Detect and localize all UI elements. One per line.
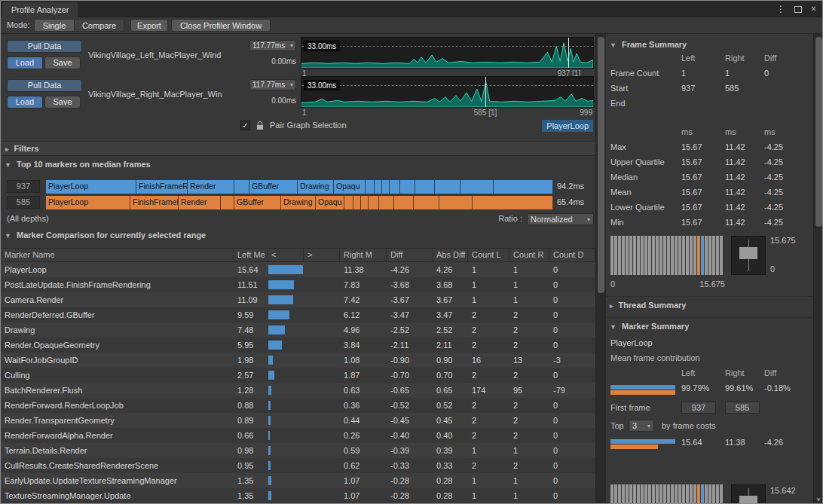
- column-header-7[interactable]: Count L: [468, 249, 509, 261]
- comparison-row[interactable]: Terrain.Details.Render0.980.59-0.390.391…: [1, 443, 595, 458]
- marker-segment[interactable]: FinishFrameR: [136, 180, 188, 194]
- marker-histogram[interactable]: [610, 484, 725, 504]
- pull-data-button-right[interactable]: Pull Data: [7, 79, 82, 92]
- column-header-5[interactable]: Diff: [387, 249, 433, 261]
- marker-segment[interactable]: [353, 196, 361, 209]
- close-profiler-window-button[interactable]: Close Profiler Window: [171, 19, 271, 32]
- marker-segment[interactable]: [400, 180, 415, 194]
- marker-segment[interactable]: PlayerLoop: [46, 180, 136, 194]
- first-frame-left-button[interactable]: 937: [681, 402, 716, 414]
- comparison-row[interactable]: RenderDeferred.GBuffer9.596.12-3.473.472…: [1, 307, 595, 322]
- mode-compare-button[interactable]: Compare: [75, 19, 124, 32]
- scroll-down-icon[interactable]: ▼: [815, 496, 821, 503]
- range-max-dropdown-right[interactable]: 117.77ms ▾: [249, 79, 296, 90]
- marker-segment[interactable]: Drawing: [298, 180, 334, 194]
- selected-marker-badge[interactable]: PlayerLoop: [542, 120, 593, 132]
- first-frame-right-button[interactable]: 585: [725, 402, 760, 414]
- marker-segment[interactable]: Render: [188, 180, 234, 194]
- maximize-icon[interactable]: [794, 6, 802, 13]
- pull-data-button-left[interactable]: Pull Data: [7, 40, 82, 53]
- frame-time-graph-right[interactable]: 33.00ms: [301, 76, 594, 108]
- right-median-cell: 7.42: [340, 292, 387, 307]
- load-button-left[interactable]: Load: [7, 57, 43, 69]
- marker-segment[interactable]: [234, 180, 249, 194]
- marker-segment[interactable]: [494, 180, 553, 194]
- main-scrollbar[interactable]: [595, 34, 605, 504]
- marker-segment[interactable]: [394, 196, 414, 209]
- save-button-left[interactable]: Save: [44, 57, 81, 69]
- range-max-dropdown-left[interactable]: 117.77ms ▾: [249, 40, 296, 51]
- comparison-row[interactable]: EarlyUpdate.UpdateTextureStreamingManage…: [1, 473, 595, 488]
- marker-segment[interactable]: [361, 196, 369, 209]
- close-icon[interactable]: ×: [811, 5, 816, 14]
- marker-segment[interactable]: [344, 196, 353, 209]
- comparison-row[interactable]: Camera.Render11.097.42-3.673.67110: [1, 292, 595, 307]
- column-header-3[interactable]: >: [304, 249, 340, 261]
- marker-segment[interactable]: [473, 196, 553, 209]
- marker-segment[interactable]: [379, 196, 394, 209]
- marker-segment[interactable]: Render: [179, 196, 221, 209]
- comparison-row[interactable]: TextureStreamingManager.Update1.351.07-0…: [1, 488, 595, 503]
- marker-segment[interactable]: [369, 196, 379, 209]
- tab-profile-analyzer[interactable]: Profile Analyzer: [2, 2, 78, 17]
- diff-cell: -0.40: [387, 428, 433, 443]
- save-button-right[interactable]: Save: [44, 96, 81, 108]
- marker-segment[interactable]: [439, 196, 473, 209]
- marker-segment[interactable]: Drawing: [281, 196, 316, 209]
- comparison-row[interactable]: RenderForward.RenderLoopJob0.880.36-0.52…: [1, 398, 595, 413]
- marker-segment[interactable]: Opaqu: [316, 196, 344, 209]
- panel-scrollbar-thumb[interactable]: [815, 37, 822, 227]
- column-header-4[interactable]: Right M: [340, 249, 387, 261]
- marker-segment[interactable]: GBuffer: [234, 196, 281, 209]
- marker-segment[interactable]: [435, 180, 460, 194]
- marker-segment[interactable]: FinishFrameR: [130, 196, 179, 209]
- marker-segment[interactable]: Opaqu: [334, 180, 366, 194]
- comparison-foldout[interactable]: ▼ Marker Comparison for currently select…: [5, 231, 206, 240]
- panel-scrollbar[interactable]: ▼: [813, 34, 823, 504]
- filters-foldout[interactable]: ▸ Filters: [1, 141, 595, 156]
- total-ms-label: 65.4ms: [557, 197, 584, 206]
- comparison-row[interactable]: PostLateUpdate.FinishFrameRendering11.51…: [1, 277, 595, 292]
- column-header-0[interactable]: Marker Name: [1, 249, 234, 261]
- comparison-row[interactable]: PlayerLoop15.6411.38-4.264.26110: [1, 262, 595, 277]
- export-button[interactable]: Export: [130, 19, 168, 32]
- top-count-dropdown[interactable]: 3 ▾: [629, 420, 654, 432]
- marker-segment[interactable]: [390, 180, 400, 194]
- fold-open-icon: ▼: [610, 323, 616, 331]
- column-header-9[interactable]: Count D: [549, 249, 595, 261]
- marker-segment[interactable]: [366, 180, 375, 194]
- marker-segment[interactable]: [382, 180, 390, 194]
- marker-segment[interactable]: [460, 180, 494, 194]
- comparison-row[interactable]: BatchRenderer.Flush1.280.63-0.650.651749…: [1, 383, 595, 398]
- comparison-row[interactable]: RenderForwardAlpha.Render0.660.26-0.400.…: [1, 428, 595, 443]
- frame-time-graph-left[interactable]: 33.00ms: [301, 37, 594, 69]
- marker-name-cell: Terrain.Details.Render: [1, 443, 234, 458]
- frame-summary-foldout[interactable]: ▼ Frame Summary: [610, 40, 687, 49]
- comparison-row[interactable]: Render.OpaqueGeometry5.953.84-2.112.1122…: [1, 338, 595, 353]
- frame-histogram[interactable]: [610, 236, 725, 275]
- thread-summary-foldout[interactable]: ▸ Thread Summary: [610, 301, 686, 310]
- menu-icon[interactable]: ⋮: [776, 5, 785, 14]
- marker-segment[interactable]: [415, 180, 435, 194]
- comparison-row[interactable]: CullResults.CreateSharedRendererScene0.9…: [1, 458, 595, 473]
- comparison-row[interactable]: Drawing7.484.96-2.522.52220: [1, 322, 595, 338]
- marker-segment[interactable]: [375, 180, 382, 194]
- ratio-dropdown[interactable]: Normalized ▾: [527, 213, 594, 225]
- main-scrollbar-thumb[interactable]: [598, 37, 604, 293]
- comparison-row[interactable]: Render.TransparentGeometry0.890.44-0.450…: [1, 413, 595, 428]
- column-header-1[interactable]: Left Me: [234, 249, 268, 261]
- top10-foldout[interactable]: ▼ Top 10 markers on median frames: [5, 160, 151, 169]
- column-header-2[interactable]: <: [268, 249, 304, 261]
- marker-segment[interactable]: PlayerLoop: [46, 196, 130, 209]
- marker-segment[interactable]: GBuffer: [249, 180, 298, 194]
- comparison-row[interactable]: Culling2.571.87-0.700.70220: [1, 368, 595, 383]
- pair-graph-selection-checkbox[interactable]: ✓: [240, 121, 250, 130]
- load-button-right[interactable]: Load: [7, 96, 43, 108]
- column-header-6[interactable]: Abs Diff: [433, 249, 468, 261]
- comparison-row[interactable]: WaitForJobGroupID1.981.08-0.900.901613-3: [1, 353, 595, 368]
- column-header-8[interactable]: Count R: [509, 249, 549, 261]
- marker-summary-foldout[interactable]: ▼ Marker Summary: [610, 322, 689, 331]
- marker-segment[interactable]: [221, 196, 234, 209]
- marker-segment[interactable]: [414, 196, 439, 209]
- mode-single-button[interactable]: Single: [34, 19, 75, 32]
